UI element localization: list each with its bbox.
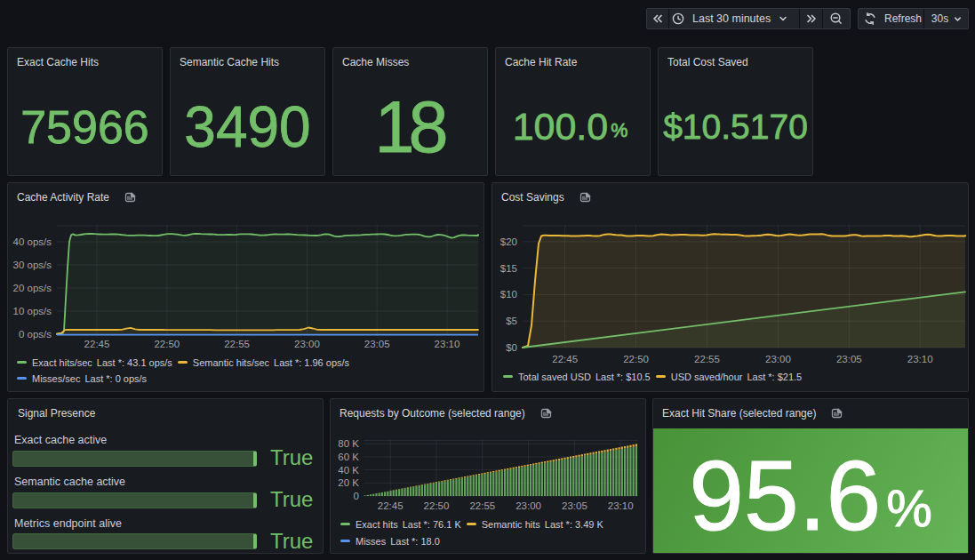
svg-text:$5: $5 [506, 316, 517, 326]
svg-text:23:00: 23:00 [515, 500, 541, 511]
svg-text:23:10: 23:10 [435, 339, 460, 349]
svg-text:22:55: 22:55 [694, 354, 720, 364]
svg-text:80 K: 80 K [338, 438, 359, 449]
svg-text:22:55: 22:55 [224, 339, 250, 349]
svg-text:40 ops/s: 40 ops/s [13, 236, 52, 247]
svg-text:23:05: 23:05 [836, 354, 862, 364]
svg-text:23:00: 23:00 [294, 339, 320, 349]
svg-text:20 K: 20 K [338, 477, 359, 488]
svg-text:30 ops/s: 30 ops/s [13, 260, 52, 270]
svg-text:22:50: 22:50 [424, 500, 450, 511]
svg-text:22:45: 22:45 [552, 354, 578, 364]
svg-text:$0: $0 [506, 342, 517, 353]
svg-text:22:50: 22:50 [154, 339, 180, 349]
svg-text:23:10: 23:10 [907, 354, 933, 364]
svg-text:10 ops/s: 10 ops/s [13, 306, 52, 316]
svg-text:23:10: 23:10 [608, 500, 634, 511]
svg-text:60 K: 60 K [338, 452, 359, 462]
svg-text:22:45: 22:45 [378, 500, 404, 511]
svg-text:0: 0 [354, 491, 359, 501]
svg-text:22:45: 22:45 [84, 339, 110, 349]
svg-text:20 ops/s: 20 ops/s [13, 283, 52, 293]
svg-text:$20: $20 [500, 236, 517, 247]
svg-text:$10: $10 [500, 289, 517, 300]
svg-text:40 K: 40 K [338, 465, 359, 476]
svg-text:22:55: 22:55 [469, 500, 495, 511]
svg-text:23:00: 23:00 [765, 354, 791, 364]
svg-text:22:50: 22:50 [623, 354, 649, 364]
svg-text:23:05: 23:05 [364, 339, 390, 349]
svg-text:$15: $15 [500, 263, 517, 274]
svg-text:0 ops/s: 0 ops/s [19, 329, 52, 340]
svg-text:23:05: 23:05 [562, 500, 587, 511]
